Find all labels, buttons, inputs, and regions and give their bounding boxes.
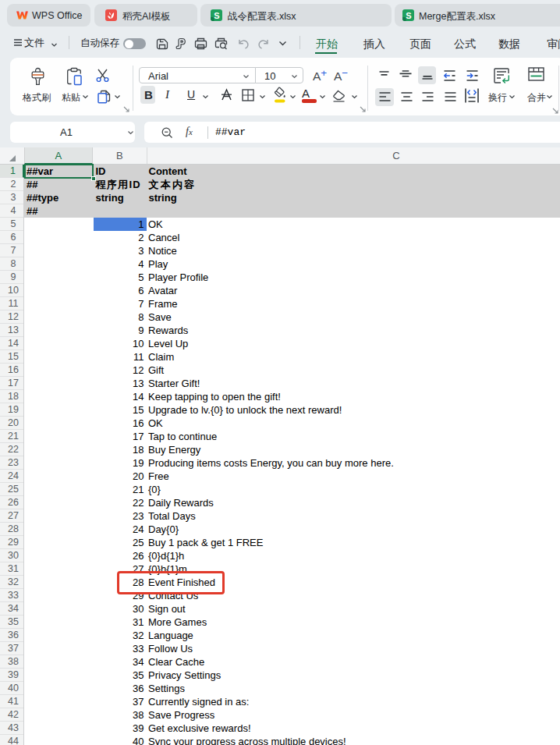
svg-text:S: S [214, 11, 219, 20]
svg-text:S: S [406, 11, 411, 20]
